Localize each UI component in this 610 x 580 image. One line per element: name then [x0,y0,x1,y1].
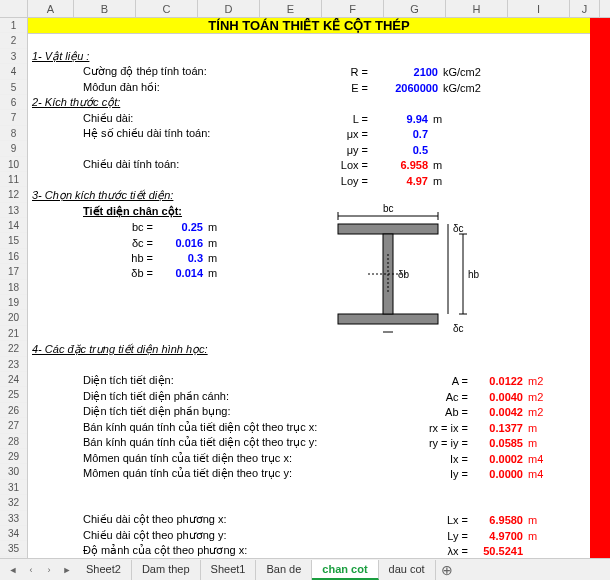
row-header-10[interactable]: 10 [0,157,27,172]
row-header-26[interactable]: 26 [0,403,27,418]
tab-next-icon[interactable]: › [40,561,58,579]
tab-first-icon[interactable]: ◄ [4,561,22,579]
unit: m [433,159,442,171]
col-header-I[interactable]: I [508,0,570,17]
svg-rect-1 [338,314,438,324]
symbol: E = [328,82,368,94]
tab-Ban-de[interactable]: Ban de [256,560,312,580]
label: Cường độ thép tính toán: [28,65,207,78]
label: Mômen quán tính của tiết diện theo trục … [28,467,292,480]
tab-nav: ◄ ‹ › ► [0,561,76,579]
unit: m4 [528,468,543,480]
cells-area[interactable]: TÍNH TOÁN THIẾT KẾ CỘT THÉP 1- Vật liệu … [28,18,610,558]
row-header-9[interactable]: 9 [0,141,27,156]
symbol: rx = ix = [418,422,468,434]
row-header-1[interactable]: 1 [0,18,27,33]
tab-prev-icon[interactable]: ‹ [22,561,40,579]
row-header-18[interactable]: 18 [0,280,27,295]
svg-text:bc: bc [383,204,394,214]
label: Diện tích tiết diện phần cánh: [28,390,229,403]
col-header-G[interactable]: G [384,0,446,17]
row-header-25[interactable]: 25 [0,387,27,402]
unit: m [528,422,537,434]
row-header-21[interactable]: 21 [0,326,27,341]
symbol: λx = [418,545,468,557]
value: 0.0122 [473,375,523,387]
label: Độ mảnh của cột theo phương x: [28,544,247,557]
symbol: Lox = [328,159,368,171]
col-header-A[interactable]: A [28,0,74,17]
svg-text:hb: hb [468,269,480,280]
tab-chan-cot[interactable]: chan cot [312,560,378,580]
value: 0.7 [378,128,428,140]
row-header-14[interactable]: 14 [0,218,27,233]
symbol: Lx = [418,514,468,526]
col-header-E[interactable]: E [260,0,322,17]
value: 0.0042 [473,406,523,418]
label: Chiều dài cột theo phương y: [28,529,227,542]
unit: m [208,267,217,279]
unit: m2 [528,391,543,403]
row-header-22[interactable]: 22 [0,341,27,356]
row-header-12[interactable]: 12 [0,187,27,202]
red-column [590,18,610,558]
symbol: δb = [113,267,153,279]
label: Diện tích tiết diện phần bụng: [28,405,231,418]
row-header-7[interactable]: 7 [0,110,27,125]
symbol: bc = [113,221,153,233]
row-header-17[interactable]: 17 [0,264,27,279]
tab-last-icon[interactable]: ► [58,561,76,579]
symbol: hb = [113,252,153,264]
row-header-6[interactable]: 6 [0,95,27,110]
row-header-4[interactable]: 4 [0,64,27,79]
row-header-2[interactable]: 2 [0,33,27,48]
column-headers: ABCDEFGHIJ [0,0,610,18]
row-header-31[interactable]: 31 [0,480,27,495]
select-all-corner[interactable] [0,0,28,17]
col-header-D[interactable]: D [198,0,260,17]
unit: m [433,175,442,187]
col-header-C[interactable]: C [136,0,198,17]
value: 0.0040 [473,391,523,403]
tab-Dam-thep[interactable]: Dam thep [132,560,201,580]
row-header-11[interactable]: 11 [0,172,27,187]
symbol: Ix = [418,453,468,465]
value: 2060000 [378,82,438,94]
row-header-15[interactable]: 15 [0,233,27,248]
value: 0.0000 [473,468,523,480]
label: Chiều dài cột theo phương x: [28,513,227,526]
row-header-35[interactable]: 35 [0,541,27,556]
tab-dau-cot[interactable]: dau cot [379,560,436,580]
row-header-19[interactable]: 19 [0,295,27,310]
unit: kG/cm2 [443,66,481,78]
row-header-13[interactable]: 13 [0,203,27,218]
row-header-33[interactable]: 33 [0,511,27,526]
col-header-H[interactable]: H [446,0,508,17]
symbol: Ac = [418,391,468,403]
row-header-8[interactable]: 8 [0,126,27,141]
row-header-27[interactable]: 27 [0,418,27,433]
row-header-23[interactable]: 23 [0,357,27,372]
row-header-3[interactable]: 3 [0,49,27,64]
row-header-20[interactable]: 20 [0,310,27,325]
section-1: 1- Vật liệu : [28,50,89,63]
row-header-34[interactable]: 34 [0,526,27,541]
add-sheet-icon[interactable]: ⊕ [436,562,458,578]
label: Chiều dài tính toán: [28,158,179,171]
row-header-24[interactable]: 24 [0,372,27,387]
row-header-29[interactable]: 29 [0,449,27,464]
col-header-B[interactable]: B [74,0,136,17]
col-header-J[interactable]: J [570,0,600,17]
row-header-30[interactable]: 30 [0,464,27,479]
tab-Sheet2[interactable]: Sheet2 [76,560,132,580]
row-header-16[interactable]: 16 [0,249,27,264]
row-header-28[interactable]: 28 [0,434,27,449]
tab-Sheet1[interactable]: Sheet1 [201,560,257,580]
title-bar: TÍNH TOÁN THIẾT KẾ CỘT THÉP [28,18,590,34]
row-headers: 1234567891011121314151617181920212223242… [0,18,28,558]
col-header-F[interactable]: F [322,0,384,17]
row-header-5[interactable]: 5 [0,80,27,95]
symbol: δc = [113,237,153,249]
section-3: 3- Chọn kích thước tiết diện: [28,189,173,202]
row-header-32[interactable]: 32 [0,495,27,510]
